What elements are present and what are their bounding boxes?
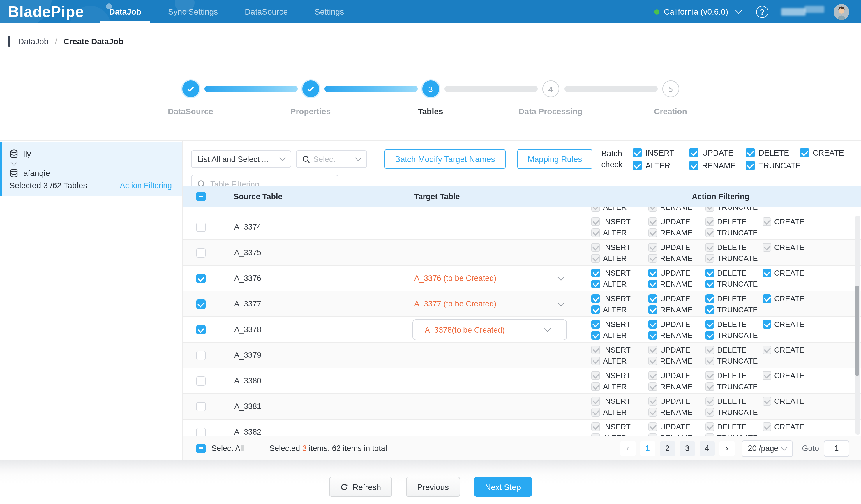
pagination-next-button[interactable]: › [719, 441, 734, 456]
scrollbar-track[interactable] [855, 216, 860, 435]
target-table-cell [400, 207, 580, 215]
batch-modify-target-names-button[interactable]: Batch Modify Target Names [384, 149, 505, 169]
table-row[interactable]: INSERTUPDATEDELETECREATEALTERRENAMETRUNC… [183, 207, 861, 215]
row-checkbox[interactable] [196, 274, 206, 283]
batch-alter-checkbox[interactable] [633, 161, 642, 170]
row-checkbox[interactable] [196, 325, 206, 335]
table-row[interactable]: A_3382INSERTUPDATEDELETECREATEALTERRENAM… [183, 420, 861, 436]
nav-item-settings[interactable]: Settings [301, 0, 357, 23]
action-truncate: TRUNCATE [706, 382, 758, 391]
update-checkbox[interactable] [648, 320, 657, 329]
schema-selected-panel[interactable]: lly afanqie Selected 3 /62 Tables Acti [0, 142, 182, 196]
batch-truncate-checkbox[interactable] [746, 161, 755, 170]
table-row[interactable]: A_3374INSERTUPDATEDELETECREATEALTERRENAM… [183, 215, 861, 240]
pagination-page-1[interactable]: 1 [640, 441, 655, 456]
target-table-select[interactable]: A_3378(to be Created) [412, 319, 567, 340]
row-checkbox[interactable] [196, 351, 206, 360]
step-label: DataSource [168, 107, 213, 116]
table-row[interactable]: A_3376A_3376 (to be Created)INSERTUPDATE… [183, 266, 861, 291]
batch-rename-checkbox[interactable] [689, 161, 698, 170]
table-row[interactable]: A_3381INSERTUPDATEDELETECREATEALTERRENAM… [183, 394, 861, 420]
nav-item-sync-settings[interactable]: Sync Settings [155, 0, 231, 23]
batch-update-checkbox[interactable] [689, 148, 698, 157]
alter-checkbox[interactable] [591, 280, 600, 288]
chevron-down-icon [558, 299, 564, 306]
avatar[interactable] [834, 4, 849, 19]
action-filtering-link[interactable]: Action Filtering [120, 181, 172, 190]
create-checkbox[interactable] [763, 320, 771, 329]
insert-checkbox[interactable] [591, 294, 600, 303]
insert-checkbox[interactable] [591, 320, 600, 329]
truncate-checkbox[interactable] [706, 331, 714, 340]
action-label: UPDATE [660, 243, 690, 252]
table-row[interactable]: A_3375INSERTUPDATEDELETECREATEALTERRENAM… [183, 240, 861, 266]
update-checkbox[interactable] [648, 269, 657, 277]
source-schema-item[interactable]: lly [9, 148, 172, 160]
action-update: UPDATE [648, 422, 706, 431]
truncate-checkbox[interactable] [706, 305, 714, 314]
select-all-header-checkbox[interactable] [196, 192, 206, 201]
create-checkbox[interactable] [763, 269, 771, 277]
action-alter: ALTER [591, 305, 648, 314]
question-icon: ? [760, 7, 765, 16]
action-alter: ALTER [591, 357, 648, 365]
next-step-button[interactable]: Next Step [474, 477, 532, 497]
table-row[interactable]: A_3380INSERTUPDATEDELETECREATEALTERRENAM… [183, 368, 861, 394]
row-checkbox[interactable] [196, 222, 206, 232]
action-label: UPDATE [660, 422, 690, 431]
row-checkbox[interactable] [196, 402, 206, 411]
update-checkbox[interactable] [648, 294, 657, 303]
pagination-page-3[interactable]: 3 [680, 441, 695, 456]
delete-checkbox[interactable] [706, 320, 714, 329]
goto-page-input[interactable]: 1 [824, 440, 849, 457]
action-label: ALTER [603, 207, 627, 212]
select-all-checkbox[interactable] [196, 444, 206, 453]
nav-item-datasource[interactable]: DataSource [231, 0, 301, 23]
table-row[interactable]: A_3377A_3377 (to be Created)INSERTUPDATE… [183, 291, 861, 317]
help-button[interactable]: ? [756, 5, 768, 18]
pagination-page-4[interactable]: 4 [699, 441, 714, 456]
list-mode-select[interactable]: List All and Select ... [191, 150, 291, 168]
delete-checkbox[interactable] [706, 269, 714, 277]
action-insert: INSERT [591, 269, 648, 277]
rename-checkbox[interactable] [648, 331, 657, 340]
table-row[interactable]: A_3379INSERTUPDATEDELETECREATEALTERRENAM… [183, 343, 861, 368]
source-table-header: Source Table [220, 192, 400, 201]
refresh-button[interactable]: Refresh [329, 477, 392, 497]
row-checkbox[interactable] [196, 248, 206, 258]
environment-selector[interactable]: California (v0.6.0) [654, 7, 741, 16]
rename-checkbox[interactable] [648, 305, 657, 314]
batch-delete-checkbox[interactable] [746, 148, 755, 157]
rename-checkbox[interactable] [648, 280, 657, 288]
nav-item-datajob[interactable]: DataJob [96, 0, 154, 23]
table-row[interactable]: A_3378A_3378(to be Created)INSERTUPDATED… [183, 317, 861, 343]
alter-checkbox[interactable] [591, 331, 600, 340]
secondary-select-placeholder: Select [313, 155, 335, 163]
alter-checkbox[interactable] [591, 305, 600, 314]
secondary-select[interactable]: Select [296, 150, 367, 168]
page-size-select[interactable]: 20 /page [741, 440, 793, 457]
action-create: CREATE [763, 320, 805, 329]
mapping-rules-button[interactable]: Mapping Rules [517, 149, 592, 169]
selected-count: 3 [302, 444, 307, 453]
insert-checkbox[interactable] [591, 269, 600, 277]
action-delete: DELETE [706, 422, 763, 431]
truncate-checkbox[interactable] [706, 280, 714, 288]
row-checkbox[interactable] [196, 428, 206, 436]
action-label: UPDATE [660, 371, 690, 380]
scrollbar-thumb[interactable] [855, 286, 859, 376]
breadcrumb-parent[interactable]: DataJob [18, 37, 49, 46]
batch-insert-checkbox[interactable] [633, 148, 642, 157]
previous-button[interactable]: Previous [406, 477, 460, 497]
row-checkbox[interactable] [196, 377, 206, 386]
target-schema-item[interactable]: afanqie [9, 167, 172, 179]
truncate-checkbox [706, 408, 714, 417]
delete-checkbox[interactable] [706, 294, 714, 303]
pagination-prev-button[interactable]: ‹ [620, 441, 635, 456]
row-checkbox[interactable] [196, 299, 206, 309]
action-alter: ALTER [591, 434, 648, 436]
batch-create-checkbox[interactable] [800, 148, 809, 157]
list-mode-value: List All and Select ... [197, 155, 268, 163]
pagination-page-2[interactable]: 2 [660, 441, 675, 456]
create-checkbox[interactable] [763, 294, 771, 303]
